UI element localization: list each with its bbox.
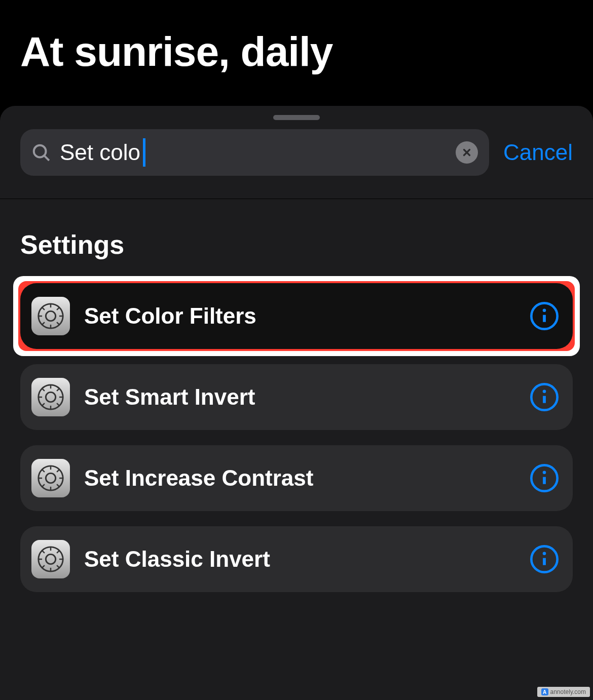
- svg-line-51: [42, 565, 45, 568]
- search-icon: [31, 143, 51, 162]
- settings-app-icon: [31, 540, 70, 578]
- search-input-wrap: [60, 140, 447, 165]
- action-item-set-increase-contrast[interactable]: Set Increase Contrast: [20, 445, 573, 511]
- svg-point-5: [46, 311, 55, 321]
- svg-point-0: [34, 145, 46, 158]
- settings-app-icon: [31, 378, 70, 416]
- header: At sunrise, daily: [0, 0, 593, 106]
- svg-line-24: [57, 403, 59, 406]
- action-label: Set Color Filters: [84, 303, 516, 329]
- svg-point-55: [543, 552, 546, 556]
- svg-point-42: [543, 471, 546, 475]
- svg-line-26: [57, 388, 59, 391]
- settings-app-icon: [31, 297, 70, 335]
- svg-line-1: [45, 156, 49, 161]
- svg-line-36: [42, 470, 45, 472]
- search-sheet: Cancel Settings: [0, 106, 593, 700]
- info-button[interactable]: [530, 302, 559, 330]
- search-field[interactable]: [20, 129, 489, 176]
- highlight-annotation: Set Color Filters: [20, 283, 573, 349]
- svg-line-10: [42, 307, 45, 310]
- action-label: Set Smart Invert: [84, 384, 516, 410]
- svg-line-11: [57, 322, 59, 325]
- svg-line-39: [57, 470, 59, 472]
- section-header-settings: Settings: [20, 229, 573, 260]
- action-label: Set Classic Invert: [84, 547, 516, 572]
- svg-point-18: [46, 392, 55, 402]
- info-button[interactable]: [530, 383, 559, 411]
- action-item-set-color-filters[interactable]: Set Color Filters: [20, 283, 573, 349]
- svg-line-38: [42, 484, 45, 487]
- clear-search-button[interactable]: [456, 141, 478, 164]
- text-caret: [143, 138, 145, 167]
- svg-line-23: [42, 388, 45, 391]
- search-row: Cancel: [0, 129, 593, 199]
- svg-line-12: [42, 322, 45, 325]
- svg-point-16: [543, 309, 546, 313]
- svg-point-29: [543, 390, 546, 394]
- svg-line-49: [42, 551, 45, 553]
- action-item-set-classic-invert[interactable]: Set Classic Invert: [20, 526, 573, 592]
- watermark-text: annotely.com: [550, 688, 586, 695]
- watermark: A annotely.com: [537, 687, 590, 697]
- svg-line-50: [57, 565, 59, 568]
- action-item-set-smart-invert[interactable]: Set Smart Invert: [20, 364, 573, 430]
- results-area: Settings Set: [0, 199, 593, 592]
- svg-point-44: [46, 554, 55, 564]
- svg-point-31: [46, 473, 55, 483]
- sheet-grabber[interactable]: [273, 115, 320, 120]
- info-button[interactable]: [530, 464, 559, 492]
- svg-line-37: [57, 484, 59, 487]
- search-input[interactable]: [60, 140, 447, 165]
- settings-app-icon: [31, 459, 70, 497]
- page-title: At sunrise, daily: [20, 28, 573, 75]
- svg-line-52: [57, 551, 59, 553]
- svg-line-13: [57, 307, 59, 310]
- info-button[interactable]: [530, 545, 559, 573]
- action-label: Set Increase Contrast: [84, 465, 516, 491]
- cancel-button[interactable]: Cancel: [503, 140, 573, 165]
- watermark-badge-icon: A: [541, 688, 548, 695]
- svg-line-25: [42, 403, 45, 406]
